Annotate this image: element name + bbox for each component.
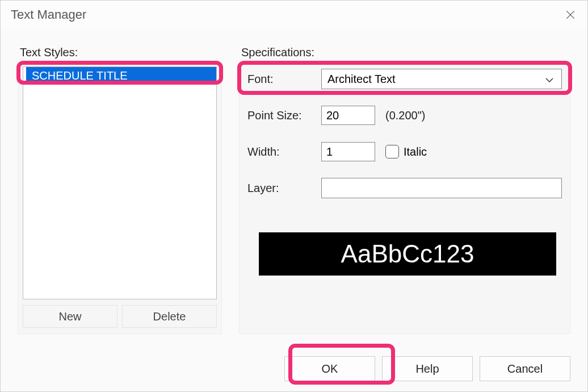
font-dropdown[interactable]: Architect Text xyxy=(321,69,562,89)
close-icon xyxy=(565,9,576,20)
chevron-down-icon xyxy=(545,73,553,86)
delete-button[interactable]: Delete xyxy=(122,305,217,328)
dialog-action-buttons: OK Help Cancel xyxy=(284,356,570,381)
list-item[interactable]: SCHEDULE TITLE xyxy=(23,67,216,85)
font-row: Font: Architect Text xyxy=(247,69,562,89)
help-button[interactable]: Help xyxy=(382,356,473,381)
font-label: Font: xyxy=(247,73,321,86)
pointsize-inches: (0.200") xyxy=(385,109,425,122)
pointsize-row: Point Size: (0.200") xyxy=(247,105,562,126)
width-row: Width: Italic xyxy=(247,141,562,162)
italic-label: Italic xyxy=(404,145,427,159)
specifications-panel: Font: Architect Text Point Size: (0.200"… xyxy=(239,62,570,334)
font-dropdown-value: Architect Text xyxy=(327,73,396,86)
width-label: Width: xyxy=(247,145,321,159)
width-input[interactable] xyxy=(321,142,375,161)
italic-checkbox[interactable] xyxy=(385,145,399,159)
layer-dropdown[interactable] xyxy=(321,178,562,198)
font-preview: AaBbCc123 xyxy=(259,232,556,276)
layer-row: Layer: xyxy=(247,178,562,198)
text-styles-listbox[interactable]: SCHEDULE TITLE xyxy=(23,66,217,299)
style-buttons-row: New Delete xyxy=(23,305,217,328)
close-button[interactable] xyxy=(564,8,577,22)
italic-group: Italic xyxy=(385,145,427,159)
text-styles-label: Text Styles: xyxy=(18,46,222,59)
pointsize-label: Point Size: xyxy=(247,109,321,122)
left-column: Text Styles: SCHEDULE TITLE New Delete xyxy=(18,46,222,334)
cancel-button[interactable]: Cancel xyxy=(480,356,570,381)
layer-label: Layer: xyxy=(247,182,321,195)
pointsize-input[interactable] xyxy=(321,106,375,125)
text-styles-panel: SCHEDULE TITLE New Delete xyxy=(18,62,222,334)
right-column: Specifications: Font: Architect Text Poi… xyxy=(239,46,570,334)
ok-button[interactable]: OK xyxy=(284,356,375,381)
window-title: Text Manager xyxy=(11,7,86,22)
specifications-label: Specifications: xyxy=(239,46,570,59)
text-manager-dialog: Text Manager Text Styles: SCHEDULE TITLE… xyxy=(0,0,588,392)
dialog-content: Text Styles: SCHEDULE TITLE New Delete S… xyxy=(1,29,587,340)
new-button[interactable]: New xyxy=(23,305,117,328)
titlebar: Text Manager xyxy=(1,1,587,29)
